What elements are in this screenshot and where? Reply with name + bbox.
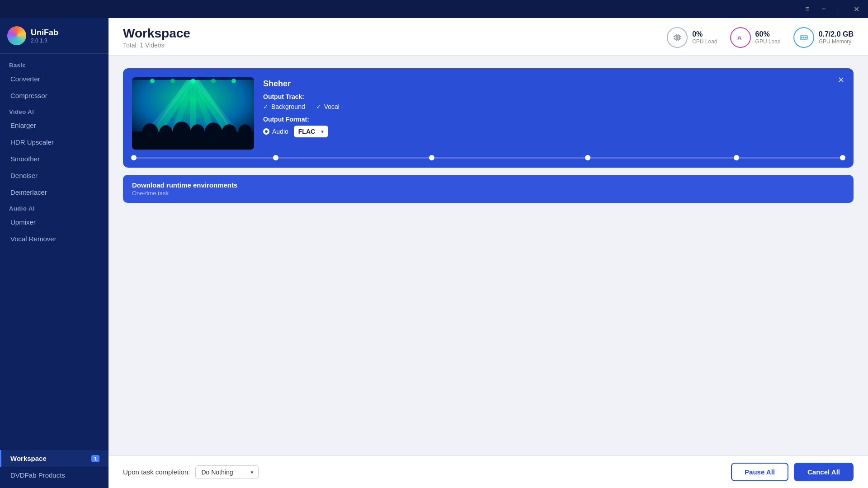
- svg-rect-1: [676, 36, 679, 39]
- sidebar-bottom: Workspace 1 DVDFab Products: [0, 450, 108, 483]
- sidebar-item-label: Deinterlacer: [10, 188, 47, 196]
- cpu-text: 0% CPU Load: [692, 30, 717, 45]
- gpu-stat: A 60% GPU Load: [730, 27, 781, 48]
- format-select-wrap: FLAC MP3 AAC WAV: [294, 126, 328, 137]
- cpu-icon: [667, 27, 688, 48]
- sidebar-item-label: Vocal Remover: [10, 235, 57, 243]
- output-format-label: Output Format:: [263, 116, 844, 123]
- sidebar-item-vocal-remover[interactable]: Vocal Remover: [0, 230, 108, 247]
- progress-dot-5: [734, 155, 739, 160]
- progress-dot-4: [585, 155, 590, 160]
- workspace-badge: 1: [91, 455, 99, 462]
- progress-dot-1: [131, 155, 137, 160]
- gpu-icon: A: [730, 27, 751, 48]
- audio-radio-label: Audio: [272, 128, 288, 135]
- sidebar-item-label: Upmixer: [10, 218, 36, 226]
- progress-bar-area: [132, 157, 844, 159]
- sidebar-item-label: Compressor: [10, 92, 47, 99]
- cpu-stat: 0% CPU Load: [667, 27, 717, 48]
- workspace-label: Workspace: [10, 455, 47, 462]
- sidebar-item-label: Denoiser: [10, 172, 38, 179]
- svg-point-35: [211, 79, 216, 83]
- sidebar-item-workspace[interactable]: Workspace 1: [0, 450, 108, 467]
- format-select[interactable]: FLAC MP3 AAC WAV: [294, 126, 328, 137]
- sidebar-item-denoiser[interactable]: Denoiser: [0, 167, 108, 184]
- svg-text:A: A: [737, 34, 742, 41]
- close-button[interactable]: ✕: [850, 3, 863, 15]
- svg-point-25: [159, 125, 173, 141]
- section-basic-label: Basic: [0, 57, 108, 70]
- background-check-icon: ✓: [263, 103, 269, 110]
- svg-point-36: [231, 79, 236, 83]
- sidebar-item-dvdfab[interactable]: DVDFab Products: [0, 467, 108, 483]
- page-subtitle: Total: 1 Videos: [123, 42, 190, 49]
- app-name: UniFab: [31, 28, 58, 38]
- completion-row: Upon task completion: Do Nothing Shut Do…: [123, 465, 259, 479]
- runtime-card: Download runtime environments One-time t…: [123, 175, 854, 203]
- track-vocal-label: Vocal: [324, 103, 340, 110]
- svg-rect-12: [801, 37, 802, 38]
- completion-select[interactable]: Do Nothing Shut Down Sleep Hibernate: [195, 465, 259, 479]
- sidebar-item-upmixer[interactable]: Upmixer: [0, 214, 108, 230]
- audio-radio-item[interactable]: Audio: [263, 128, 288, 135]
- main-scroll: ✕: [108, 56, 868, 455]
- mem-stat: 0.7/2.0 GB GPU Memory: [793, 27, 854, 48]
- sidebar-item-deinterlacer[interactable]: Deinterlacer: [0, 184, 108, 201]
- sidebar-item-label: DVDFab Products: [10, 471, 65, 479]
- progress-dot-6: [840, 155, 845, 160]
- track-options: ✓ Background ✓ Vocal: [263, 103, 844, 110]
- sidebar-item-converter[interactable]: Converter: [0, 70, 108, 87]
- sidebar-item-enlarger[interactable]: Enlarger: [0, 117, 108, 134]
- video-card: ✕: [123, 68, 854, 168]
- maximize-button[interactable]: □: [834, 3, 846, 15]
- cpu-value: 0%: [692, 30, 717, 38]
- stats-row: 0% CPU Load A 60% GPU Load: [667, 27, 854, 48]
- vocal-check-icon: ✓: [316, 103, 321, 110]
- svg-rect-14: [805, 37, 807, 38]
- gpu-text: 60% GPU Load: [755, 30, 781, 45]
- svg-point-32: [150, 79, 155, 83]
- app-body: UniFab 2.0.1.9 Basic Converter Compresso…: [0, 18, 868, 488]
- sidebar-item-smoother[interactable]: Smoother: [0, 150, 108, 167]
- action-buttons: Pause All Cancel All: [731, 463, 854, 481]
- cpu-label: CPU Load: [692, 38, 717, 45]
- minimize-button[interactable]: −: [817, 3, 830, 15]
- sidebar-item-hdr-upscaler[interactable]: HDR Upscaler: [0, 134, 108, 150]
- sidebar-item-label: HDR Upscaler: [10, 138, 54, 146]
- svg-point-33: [170, 79, 175, 83]
- title-bar: ≡ − □ ✕: [0, 0, 868, 18]
- audio-radio-icon: [263, 128, 269, 135]
- pause-all-button[interactable]: Pause All: [731, 463, 788, 481]
- runtime-subtitle: One-time task: [132, 190, 844, 197]
- sidebar-item-label: Enlarger: [10, 122, 36, 129]
- main-content: Workspace Total: 1 Videos: [108, 18, 868, 488]
- progress-dot-2: [273, 155, 278, 160]
- track-background-label: Background: [271, 103, 305, 110]
- svg-point-27: [190, 124, 205, 141]
- completion-select-wrap: Do Nothing Shut Down Sleep Hibernate: [195, 465, 259, 479]
- sidebar-item-compressor[interactable]: Compressor: [0, 87, 108, 104]
- mem-label: GPU Memory: [819, 38, 854, 45]
- svg-point-30: [238, 124, 252, 141]
- svg-point-24: [142, 123, 158, 141]
- menu-button[interactable]: ≡: [801, 3, 814, 15]
- track-vocal-item: ✓ Vocal: [316, 103, 340, 110]
- svg-rect-13: [803, 37, 804, 38]
- section-audio-ai-label: Audio AI: [0, 201, 108, 214]
- output-track-label: Output Track:: [263, 93, 844, 100]
- track-background-item: ✓ Background: [263, 103, 305, 110]
- mem-value: 0.7/2.0 GB: [819, 30, 854, 38]
- progress-track: [134, 157, 843, 159]
- cancel-all-button[interactable]: Cancel All: [794, 463, 854, 481]
- app-version: 2.0.1.9: [31, 38, 58, 44]
- video-info: Sheher Output Track: ✓ Background ✓ Voca…: [263, 77, 844, 137]
- gpu-label: GPU Load: [755, 38, 781, 45]
- svg-point-28: [205, 122, 222, 141]
- mem-icon: [793, 27, 814, 48]
- video-card-close-button[interactable]: ✕: [835, 74, 847, 86]
- progress-dot-3: [429, 155, 434, 160]
- main-header: Workspace Total: 1 Videos: [108, 18, 868, 56]
- title-area: Workspace Total: 1 Videos: [123, 26, 190, 49]
- mem-text: 0.7/2.0 GB GPU Memory: [819, 30, 854, 45]
- runtime-title: Download runtime environments: [132, 181, 844, 189]
